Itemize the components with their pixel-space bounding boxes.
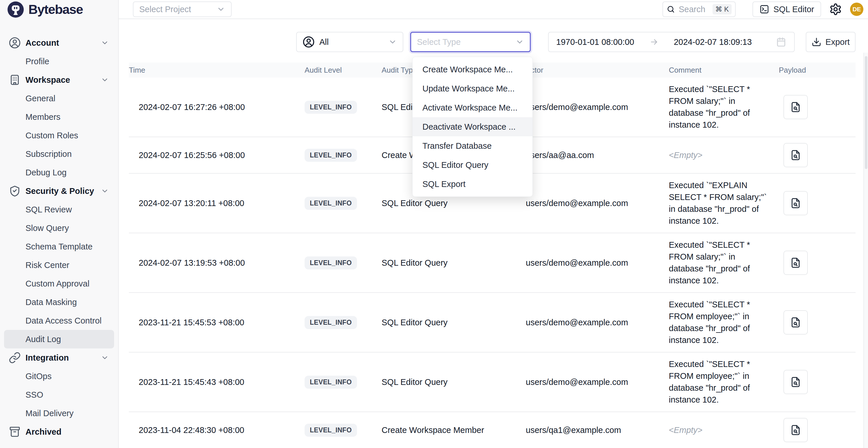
sidebar-item-members[interactable]: Members xyxy=(4,108,114,126)
sidebar-label: Subscription xyxy=(26,149,72,159)
sidebar-item-schema-template[interactable]: Schema Template xyxy=(4,237,114,256)
cell-time: 2024-02-07 13:19:53 +08:00 xyxy=(129,258,305,268)
type-filter-select[interactable]: Select Type xyxy=(410,32,531,52)
avatar[interactable]: DE xyxy=(850,3,863,16)
dropdown-option-activate-workspace-me[interactable]: Activate Workspace Me... xyxy=(412,98,532,117)
sidebar-section-workspace[interactable]: Workspace xyxy=(4,71,114,89)
sidebar-item-mail-delivery[interactable]: Mail Delivery xyxy=(4,404,114,422)
topbar-right: Search ⌘ K SQL Editor DE xyxy=(662,1,863,17)
dropdown-option-sql-editor-query[interactable]: SQL Editor Query xyxy=(412,155,532,174)
arrow-right-icon xyxy=(649,37,659,46)
search-input[interactable]: Search ⌘ K xyxy=(662,1,736,17)
user-circle-icon xyxy=(9,37,21,49)
sidebar-label: SSO xyxy=(26,390,43,400)
cell-actor: users/demo@example.com xyxy=(526,258,669,268)
cell-audit-level: LEVEL_INFO xyxy=(305,256,381,269)
view-payload-button[interactable] xyxy=(783,191,808,215)
view-payload-button[interactable] xyxy=(783,370,808,394)
sidebar-item-sql-review[interactable]: SQL Review xyxy=(4,200,114,219)
cell-actor: users/aa@aa.com xyxy=(526,151,669,160)
cell-comment: Executed `"SELECT * FROM employee;"` in … xyxy=(669,299,779,346)
view-payload-button[interactable] xyxy=(783,251,808,275)
chevron-down-icon xyxy=(101,187,109,195)
sidebar-label: Security & Policy xyxy=(26,186,94,196)
sidebar-section-security-policy[interactable]: Security & Policy xyxy=(4,182,114,200)
cell-comment: Executed `"SELECT * FROM salary;"` in da… xyxy=(669,83,779,131)
sidebar-item-subscription[interactable]: Subscription xyxy=(4,145,114,163)
cell-audit-type: SQL Editor Query xyxy=(381,377,526,387)
project-select[interactable]: Select Project xyxy=(133,1,231,17)
cell-time: 2023-11-21 15:45:43 +08:00 xyxy=(129,377,305,387)
sidebar-nav: AccountProfileWorkspaceGeneralMembersCus… xyxy=(0,19,118,441)
cell-actor: users/demo@example.com xyxy=(526,198,669,208)
cell-time: 2023-11-04 22:48:30 +08:00 xyxy=(129,425,305,435)
cell-time: 2024-02-07 16:27:26 +08:00 xyxy=(129,102,305,112)
sidebar-item-custom-approval[interactable]: Custom Approval xyxy=(4,274,114,293)
sidebar-section-integration[interactable]: Integration xyxy=(4,348,114,367)
cell-comment: Executed `"EXPLAIN SELECT * FROM salary;… xyxy=(669,180,779,227)
sidebar-item-gitops[interactable]: GitOps xyxy=(4,367,114,385)
sidebar-item-data-access-control[interactable]: Data Access Control xyxy=(4,311,114,330)
download-icon xyxy=(811,37,822,47)
column-header-audit-level: Audit Level xyxy=(305,66,381,75)
date-range-picker[interactable]: 1970-01-01 08:00:00 2024-02-07 18:09:13 xyxy=(548,32,795,52)
file-search-icon xyxy=(789,101,802,113)
type-filter-placeholder: Select Type xyxy=(417,37,461,47)
view-payload-button[interactable] xyxy=(783,95,808,119)
terminal-icon xyxy=(760,4,769,14)
view-payload-button[interactable] xyxy=(783,418,808,442)
project-select-placeholder: Select Project xyxy=(139,5,191,14)
date-to: 2024-02-07 18:09:13 xyxy=(674,37,752,47)
sidebar-label: SQL Review xyxy=(26,205,72,215)
cell-audit-level: LEVEL_INFO xyxy=(305,197,381,210)
dropdown-option-sql-export[interactable]: SQL Export xyxy=(412,174,532,194)
gear-icon[interactable] xyxy=(829,3,842,15)
search-icon xyxy=(666,5,675,13)
calendar-icon xyxy=(776,36,787,47)
dropdown-option-create-workspace-me[interactable]: Create Workspace Me... xyxy=(412,60,532,79)
filter-bar: All Select Type 1970-01-01 08:00:00 xyxy=(129,32,856,52)
brand-logo[interactable]: Bytebase xyxy=(0,0,118,19)
chevron-down-icon xyxy=(515,38,524,46)
file-search-icon xyxy=(789,257,802,269)
search-shortcut-badge: ⌘ K xyxy=(713,4,732,14)
sidebar-item-audit-log[interactable]: Audit Log xyxy=(4,330,114,348)
cell-comment: <Empty> xyxy=(669,149,779,161)
view-payload-button[interactable] xyxy=(783,310,808,334)
type-filter-dropdown-menu: Create Workspace Me...Update Workspace M… xyxy=(412,57,533,197)
sidebar-item-sso[interactable]: SSO xyxy=(4,385,114,404)
cell-payload xyxy=(779,251,856,275)
sidebar-item-slow-query[interactable]: Slow Query xyxy=(4,219,114,237)
cell-actor: users/demo@example.com xyxy=(526,377,669,387)
column-header-comment: Comment xyxy=(669,66,779,75)
sidebar-item-risk-center[interactable]: Risk Center xyxy=(4,256,114,274)
cell-time: 2024-02-07 16:25:56 +08:00 xyxy=(129,151,305,160)
sidebar-label: Integration xyxy=(26,353,69,363)
sidebar-item-general[interactable]: General xyxy=(4,89,114,108)
sql-editor-button[interactable]: SQL Editor xyxy=(752,1,821,17)
dropdown-option-deactivate-workspace[interactable]: Deactivate Workspace ... xyxy=(412,117,532,136)
sidebar-item-profile[interactable]: Profile xyxy=(4,52,114,71)
actor-filter-select[interactable]: All xyxy=(296,32,403,52)
dropdown-option-update-workspace-me[interactable]: Update Workspace Me... xyxy=(412,79,532,98)
sidebar-section-account[interactable]: Account xyxy=(4,34,114,52)
sidebar-item-custom-roles[interactable]: Custom Roles xyxy=(4,126,114,145)
table-row: 2024-02-07 13:19:53 +08:00LEVEL_INFOSQL … xyxy=(129,233,856,293)
cell-comment: Executed `"SELECT * FROM employee;"` in … xyxy=(669,358,779,406)
cell-payload xyxy=(779,418,856,442)
bytebase-logo-icon xyxy=(7,1,24,18)
export-button[interactable]: Export xyxy=(806,32,856,52)
main-area: Select Project Search ⌘ K SQL xyxy=(119,0,868,448)
cell-time: 2024-02-07 13:20:11 +08:00 xyxy=(129,198,305,208)
sidebar-item-debug-log[interactable]: Debug Log xyxy=(4,163,114,182)
scrollbar[interactable] xyxy=(863,53,868,448)
scrollbar-thumb[interactable] xyxy=(865,56,867,169)
sidebar-label: General xyxy=(26,94,55,103)
sidebar-section-archived[interactable]: Archived xyxy=(4,422,114,441)
sidebar-label: Schema Template xyxy=(26,242,93,252)
view-payload-button[interactable] xyxy=(783,143,808,167)
sidebar-item-data-masking[interactable]: Data Masking xyxy=(4,293,114,311)
cell-audit-level: LEVEL_INFO xyxy=(305,316,381,329)
dropdown-option-transfer-database[interactable]: Transfer Database xyxy=(412,136,532,155)
user-circle-icon xyxy=(303,36,315,48)
